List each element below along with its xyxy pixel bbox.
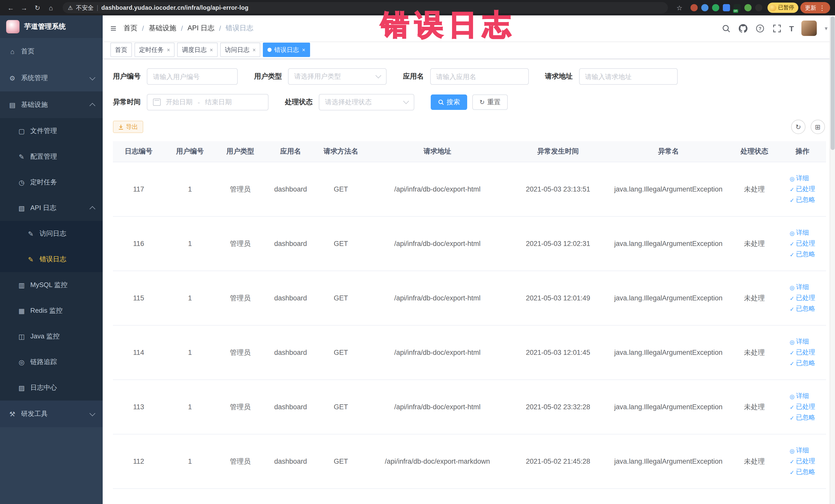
tab-access-log[interactable]: 访问日志 × [220, 43, 261, 57]
trace-icon [18, 358, 26, 366]
sidebar-item-mysql[interactable]: MySQL 监控 [0, 272, 103, 298]
browser-update-button[interactable]: 更新 [800, 2, 830, 13]
cell-app-name: dashboard [265, 434, 316, 489]
processed-link[interactable]: 已处理 [790, 457, 815, 466]
github-icon[interactable] [738, 24, 748, 33]
extension-icon-1[interactable] [690, 4, 697, 11]
search-icon[interactable] [721, 24, 731, 33]
ignore-link[interactable]: 已忽略 [790, 414, 815, 422]
breadcrumb-item[interactable]: API 日志 [187, 24, 214, 33]
sidebar-item-log-center[interactable]: 日志中心 [0, 375, 103, 401]
extension-icon-7[interactable] [755, 4, 762, 11]
check-icon [790, 240, 794, 247]
sidebar-item-redis[interactable]: Redis 监控 [0, 298, 103, 323]
processed-link[interactable]: 已处理 [790, 294, 815, 302]
breadcrumb-item[interactable]: 首页 [123, 24, 137, 33]
close-icon[interactable]: × [167, 47, 170, 53]
sidebar-item-label: 研发工具 [21, 409, 48, 419]
tab-home[interactable]: 首页 [110, 43, 132, 57]
extension-paused-badge[interactable]: 已暂停 [767, 3, 798, 13]
sidebar-item-label: 定时任务 [30, 178, 57, 187]
detail-link[interactable]: 详细 [790, 174, 809, 183]
breadcrumb-separator: / [219, 24, 221, 32]
app-name-input[interactable] [430, 68, 529, 85]
export-button[interactable]: 导出 [113, 121, 143, 133]
processed-link[interactable]: 已处理 [790, 185, 815, 194]
cell-log-id: 113 [113, 380, 164, 434]
bookmark-star-icon[interactable] [674, 2, 685, 13]
extension-icon-2[interactable] [701, 4, 708, 11]
sidebar-collapse-icon[interactable] [110, 23, 116, 33]
browser-home-icon[interactable] [45, 2, 57, 13]
ignore-link[interactable]: 已忽略 [790, 250, 815, 259]
sidebar-item-file[interactable]: 文件管理 [0, 118, 103, 144]
processed-link[interactable]: 已处理 [790, 403, 815, 411]
app-logo-row[interactable]: 芋道管理系统 [0, 15, 103, 38]
refresh-icon [480, 99, 485, 106]
reset-button[interactable]: 重置 [472, 95, 508, 110]
exception-time-range-picker[interactable]: 开始日期 - 结束日期 [147, 94, 268, 110]
request-url-input[interactable] [579, 68, 677, 85]
process-status-select[interactable]: 请选择处理状态 [319, 94, 414, 110]
sidebar-item-cron[interactable]: 定时任务 [0, 169, 103, 195]
browser-reload-icon[interactable] [32, 2, 43, 13]
sidebar-item-config[interactable]: 配置管理 [0, 144, 103, 169]
address-bar[interactable]: 不安全 | dashboard.yudao.iocoder.cn/infra/l… [63, 2, 668, 13]
sidebar-item-access-log[interactable]: 访问日志 [0, 221, 103, 246]
ignore-link[interactable]: 已忽略 [790, 468, 815, 477]
extension-icon-4[interactable] [722, 4, 730, 11]
page-scrollbar[interactable] [830, 15, 835, 504]
breadcrumb-item[interactable]: 基础设施 [149, 24, 176, 33]
extension-icon-5[interactable]: on [733, 4, 740, 11]
refresh-table-button[interactable] [791, 120, 806, 134]
tab-job-log[interactable]: 调度日志 × [177, 43, 218, 57]
browser-forward-icon[interactable] [19, 2, 30, 13]
detail-link[interactable]: 详细 [790, 228, 809, 237]
user-menu-caret-icon[interactable] [825, 25, 828, 32]
sidebar-item-api-log[interactable]: API 日志 [0, 195, 103, 221]
user-avatar[interactable] [802, 21, 817, 36]
sidebar-item-trace[interactable]: 链路追踪 [0, 349, 103, 375]
sidebar-item-error-log[interactable]: 错误日志 [0, 246, 103, 272]
close-icon[interactable]: × [210, 47, 213, 53]
detail-link[interactable]: 详细 [790, 446, 809, 455]
chevron-up-icon [89, 206, 96, 212]
chevron-down-icon [89, 410, 96, 416]
processed-link[interactable]: 已处理 [790, 348, 815, 357]
column-settings-button[interactable] [811, 120, 825, 134]
search-button[interactable]: 搜索 [431, 95, 467, 110]
scrollbar-thumb[interactable] [831, 16, 835, 150]
extension-icon-3[interactable] [712, 4, 719, 11]
ignore-link[interactable]: 已忽略 [790, 304, 815, 313]
mysql-icon [18, 281, 26, 289]
cell-user-type: 管理员 [216, 434, 265, 489]
sidebar-item-devtools[interactable]: 研发工具 [0, 401, 103, 427]
sidebar-item-infra[interactable]: 基础设施 [0, 92, 103, 118]
font-size-icon[interactable] [789, 24, 794, 33]
chevron-down-icon [89, 75, 96, 80]
ignore-link[interactable]: 已忽略 [790, 359, 815, 368]
sidebar-item-home[interactable]: 首页 [0, 38, 103, 65]
help-icon[interactable]: ? [755, 24, 765, 33]
eye-icon [790, 229, 794, 237]
user-type-select[interactable]: 请选择用户类型 [288, 68, 387, 85]
detail-link[interactable]: 详细 [790, 392, 809, 401]
sidebar-item-java[interactable]: Java 监控 [0, 323, 103, 349]
tab-cron[interactable]: 定时任务 × [135, 43, 175, 57]
filter-label: 用户编号 [113, 72, 141, 81]
fullscreen-icon[interactable] [772, 24, 781, 33]
chevron-down-icon [375, 73, 382, 79]
tab-error-log[interactable]: 错误日志 × [263, 43, 310, 57]
browser-back-icon[interactable] [5, 2, 16, 13]
processed-link[interactable]: 已处理 [790, 239, 815, 248]
user-id-input[interactable] [147, 68, 238, 85]
ignore-link[interactable]: 已忽略 [790, 196, 815, 204]
browser-menu-kebab-icon[interactable] [819, 4, 826, 12]
close-icon[interactable]: × [252, 47, 256, 53]
close-icon[interactable]: × [302, 47, 305, 53]
cell-exception-name: java.lang.IllegalArgumentException [607, 162, 730, 217]
extension-icon-6[interactable] [744, 4, 751, 11]
sidebar-item-system[interactable]: 系统管理 [0, 65, 103, 92]
detail-link[interactable]: 详细 [790, 283, 809, 292]
detail-link[interactable]: 详细 [790, 337, 809, 346]
